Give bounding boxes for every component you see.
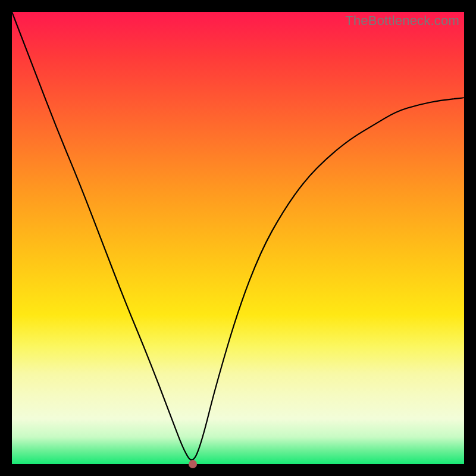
- curve-svg: [12, 12, 464, 464]
- optimum-marker: [189, 460, 197, 468]
- bottleneck-curve-path: [12, 12, 464, 460]
- plot-area: TheBottleneck.com: [12, 12, 464, 464]
- chart-stage: TheBottleneck.com: [0, 0, 476, 476]
